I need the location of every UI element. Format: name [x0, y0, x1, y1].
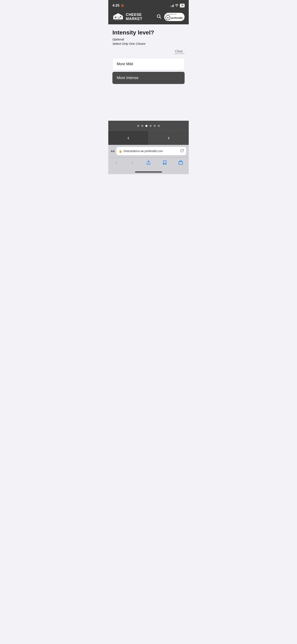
signal-bar-1 [170, 6, 171, 7]
clear-button[interactable]: Clear [174, 49, 185, 54]
home-indicator [108, 171, 189, 174]
home-bar [135, 172, 162, 172]
preferabli-label-col: POWERED BY preferabli [165, 14, 183, 20]
main-content: Intensity level? Optional Select Only On… [108, 24, 189, 121]
status-right: 79 [170, 4, 185, 8]
signal-bars-icon [170, 4, 174, 7]
pagination-dot-6 [158, 125, 160, 127]
svg-point-5 [118, 18, 119, 18]
aa-text[interactable]: AA [111, 150, 115, 153]
status-bar: 4:25 🔕 79 [108, 0, 189, 10]
tabs-button[interactable] [175, 160, 186, 166]
lock-icon: 🔒 [119, 150, 122, 153]
search-button[interactable] [156, 14, 161, 20]
back-arrow-button[interactable]: ‹ [108, 131, 149, 145]
pagination-dot-1 [137, 125, 139, 127]
option-more-intense[interactable]: More Intense [112, 72, 185, 84]
signal-bar-3 [172, 5, 173, 7]
reload-button[interactable] [180, 149, 184, 153]
time-display: 4:25 [112, 4, 119, 8]
status-time: 4:25 🔕 [112, 4, 124, 8]
powered-by-text: POWERED BY [165, 14, 183, 15]
preferabli-circle-icon [165, 15, 170, 20]
pagination-dot-3 [145, 125, 147, 127]
svg-rect-10 [179, 162, 183, 164]
forward-arrow-button[interactable]: › [149, 131, 189, 145]
svg-line-8 [160, 17, 161, 18]
clear-row: Clear [112, 49, 185, 54]
svg-point-0 [176, 6, 177, 7]
brand-name: CHEESE MARKET [126, 13, 142, 21]
bottom-nav-area: ‹ › [108, 121, 189, 145]
bottom-toolbar [108, 157, 189, 171]
signal-bar-2 [171, 6, 172, 7]
wifi-icon [175, 4, 179, 8]
pagination-dots [108, 125, 189, 130]
browser-forward-button[interactable] [127, 160, 138, 166]
subtitle-line2: Select Only One Choice [112, 42, 145, 46]
bookmarks-button[interactable] [159, 160, 170, 166]
share-button[interactable] [143, 160, 154, 166]
url-text: cheesedemo.ae.preferabli.com [123, 150, 179, 153]
cheese-logo-icon [112, 13, 124, 21]
subtitle: Optional Select Only One Choice [112, 37, 185, 46]
bell-slash-icon: 🔕 [121, 4, 124, 7]
header-right: POWERED BY preferabli [156, 13, 185, 21]
subtitle-line1: Optional [112, 38, 124, 41]
signal-bar-4 [173, 4, 174, 7]
app-header: CHEESE MARKET POWERED BY preferabli [108, 10, 189, 24]
pagination-dot-4 [150, 125, 152, 127]
page-title: Intensity level? [112, 29, 185, 36]
battery-indicator: 79 [180, 4, 185, 8]
url-bar[interactable]: 🔒 cheesedemo.ae.preferabli.com [116, 147, 186, 155]
browser-back-button[interactable] [111, 160, 122, 166]
browser-bar: AA 🔒 cheesedemo.ae.preferabli.com [108, 145, 189, 157]
nav-arrows: ‹ › [108, 130, 189, 145]
preferabli-dot [167, 17, 169, 18]
preferabli-badge: POWERED BY preferabli [164, 13, 185, 21]
pagination-dot-2 [141, 125, 143, 127]
option-more-mild[interactable]: More Mild [112, 58, 185, 70]
preferabli-name: preferabli [171, 16, 183, 20]
options-list: More Mild More Intense [112, 58, 185, 84]
battery-level: 79 [181, 4, 184, 7]
svg-rect-2 [113, 16, 123, 20]
pagination-dot-5 [154, 125, 156, 127]
svg-marker-3 [113, 13, 123, 16]
svg-point-6 [120, 16, 121, 17]
svg-point-4 [115, 17, 116, 18]
logo-section: CHEESE MARKET [112, 13, 142, 21]
